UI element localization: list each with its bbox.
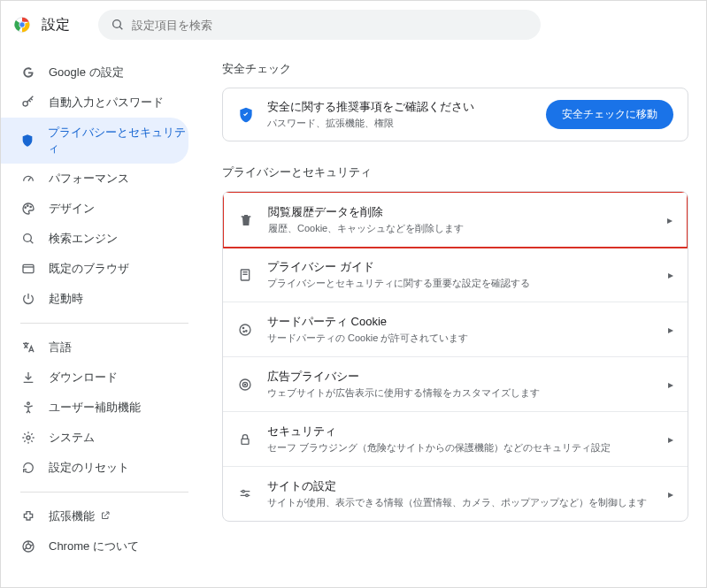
svg-line-5 — [119, 27, 122, 29]
svg-rect-13 — [23, 264, 34, 272]
sidebar-item-startup[interactable]: 起動時 — [1, 284, 188, 314]
row-title: 閲覧履歴データを削除 — [268, 204, 667, 220]
sidebar-item-label: 設定のリセット — [49, 460, 129, 476]
sliders-icon — [237, 486, 253, 502]
chevron-right-icon: ▸ — [668, 433, 673, 446]
sidebar-item-default-browser[interactable]: 既定のブラウザ — [1, 254, 188, 284]
row-site-settings[interactable]: サイトの設定 サイトが使用、表示できる情報（位置情報、カメラ、ポップアップなど）… — [223, 467, 688, 521]
lock-icon — [237, 431, 253, 447]
search-input[interactable] — [132, 19, 528, 32]
svg-point-16 — [27, 436, 30, 439]
sidebar-item-label: デザイン — [49, 201, 95, 217]
row-sub: サイトが使用、表示できる情報（位置情報、カメラ、ポップアップなど）を制御します — [267, 496, 668, 509]
row-sub: 履歴、Cookie、キャッシュなどを削除します — [268, 222, 667, 235]
sidebar-item-autofill[interactable]: 自動入力とパスワード — [1, 88, 188, 118]
sidebar-item-downloads[interactable]: ダウンロード — [1, 363, 188, 393]
shield-icon — [20, 133, 35, 149]
google-icon — [20, 65, 36, 80]
shield-check-icon — [237, 106, 255, 124]
svg-point-6 — [23, 102, 27, 106]
svg-point-23 — [242, 327, 243, 328]
svg-point-3 — [19, 22, 24, 27]
chrome-icon — [20, 538, 36, 554]
accessibility-icon — [20, 400, 36, 416]
sidebar-item-label: 自動入力とパスワード — [49, 95, 164, 111]
row-title: サードパーティ Cookie — [267, 314, 668, 330]
svg-point-15 — [27, 402, 30, 405]
sidebar-item-label: プライバシーとセキュリティ — [48, 125, 188, 157]
browser-icon — [20, 261, 36, 277]
search-icon — [111, 18, 125, 32]
translate-icon — [20, 340, 36, 355]
svg-point-11 — [24, 234, 32, 242]
extension-icon — [20, 508, 36, 524]
trash-icon — [238, 212, 254, 228]
sidebar-item-about[interactable]: Chrome について — [1, 531, 188, 561]
row-sub: ウェブサイトが広告表示に使用する情報をカスタマイズします — [267, 386, 668, 400]
layout: Google の設定 自動入力とパスワード プライバシーとセキュリティ パフォー… — [1, 45, 706, 587]
page-title: 設定 — [42, 16, 70, 34]
privacy-section-title: プライバシーとセキュリティ — [222, 164, 688, 180]
svg-line-7 — [28, 178, 31, 181]
sidebar-item-accessibility[interactable]: ユーザー補助機能 — [1, 393, 188, 423]
header: 設定 — [1, 1, 706, 45]
magnify-icon — [20, 231, 36, 247]
row-privacy-guide[interactable]: プライバシー ガイド プライバシーとセキュリティに関する重要な設定を確認する ▸ — [223, 248, 688, 302]
sidebar-item-performance[interactable]: パフォーマンス — [1, 164, 188, 194]
sidebar-separator — [20, 323, 188, 324]
svg-point-28 — [244, 384, 245, 385]
row-title: セキュリティ — [267, 424, 668, 439]
privacy-list: 閲覧履歴データを削除 履歴、Cookie、キャッシュなどを削除します ▸ プライ… — [222, 191, 688, 522]
sidebar-item-extensions[interactable]: 拡張機能 — [1, 501, 188, 531]
sidebar-item-label: 言語 — [49, 340, 72, 355]
settings-window: 設定 Google の設定 自動入力とパスワード プライバシーとセキュリティ — [0, 0, 707, 588]
chevron-right-icon: ▸ — [668, 269, 673, 281]
sidebar-item-label: Chrome について — [49, 538, 139, 554]
sidebar-item-google[interactable]: Google の設定 — [1, 57, 188, 88]
safety-card-title: 安全に関する推奨事項をご確認ください — [267, 99, 546, 115]
chevron-right-icon: ▸ — [667, 214, 672, 226]
row-title: 広告プライバシー — [267, 369, 668, 385]
row-third-party-cookies[interactable]: サードパーティ Cookie サードパーティの Cookie が許可されています… — [223, 302, 688, 357]
row-sub: セーフ ブラウジング（危険なサイトからの保護機能）などのセキュリティ設定 — [267, 441, 668, 454]
svg-point-31 — [242, 490, 245, 493]
svg-point-10 — [30, 206, 31, 207]
sidebar-item-search-engine[interactable]: 検索エンジン — [1, 224, 188, 254]
row-clear-browsing-data[interactable]: 閲覧履歴データを削除 履歴、Cookie、キャッシュなどを削除します ▸ — [222, 191, 688, 248]
system-icon — [20, 430, 36, 446]
svg-line-12 — [30, 241, 33, 243]
svg-point-9 — [27, 205, 28, 206]
sidebar-item-label: ユーザー補助機能 — [49, 400, 141, 416]
safety-section-title: 安全チェック — [222, 61, 688, 77]
sidebar-separator — [20, 492, 188, 493]
sidebar-item-label: 検索エンジン — [49, 231, 118, 247]
safety-check-card: 安全に関する推奨事項をご確認ください パスワード、拡張機能、権限 安全チェックに… — [222, 88, 688, 141]
sidebar-item-label: ダウンロード — [49, 370, 118, 386]
row-sub: サードパーティの Cookie が許可されています — [267, 332, 668, 345]
sidebar-item-privacy[interactable]: プライバシーとセキュリティ — [1, 118, 188, 164]
cookie-icon — [237, 322, 253, 338]
sidebar-item-label: 既定のブラウザ — [49, 261, 129, 277]
row-body: プライバシー ガイド プライバシーとセキュリティに関する重要な設定を確認する — [267, 259, 668, 290]
main-content: 安全チェック 安全に関する推奨事項をご確認ください パスワード、拡張機能、権限 … — [196, 45, 706, 587]
safety-check-button[interactable]: 安全チェックに移動 — [546, 100, 673, 129]
external-link-icon — [100, 510, 112, 523]
svg-point-8 — [25, 207, 26, 208]
row-ad-privacy[interactable]: 広告プライバシー ウェブサイトが広告表示に使用する情報をカスタマイズします ▸ — [223, 357, 688, 412]
guide-icon — [237, 267, 253, 283]
search-container — [98, 10, 541, 40]
download-icon — [20, 370, 36, 386]
key-icon — [20, 95, 36, 111]
sidebar-item-design[interactable]: デザイン — [1, 194, 188, 224]
sidebar-item-language[interactable]: 言語 — [1, 332, 188, 363]
row-body: 閲覧履歴データを削除 履歴、Cookie、キャッシュなどを削除します — [268, 204, 667, 235]
row-security[interactable]: セキュリティ セーフ ブラウジング（危険なサイトからの保護機能）などのセキュリテ… — [223, 412, 688, 467]
chevron-right-icon: ▸ — [668, 324, 673, 336]
chevron-right-icon: ▸ — [668, 378, 673, 391]
chevron-right-icon: ▸ — [668, 488, 673, 500]
svg-point-33 — [246, 494, 249, 497]
search-field[interactable] — [98, 10, 541, 40]
sidebar-item-system[interactable]: システム — [1, 423, 188, 453]
svg-rect-29 — [242, 439, 249, 444]
sidebar-item-reset[interactable]: 設定のリセット — [1, 453, 188, 483]
